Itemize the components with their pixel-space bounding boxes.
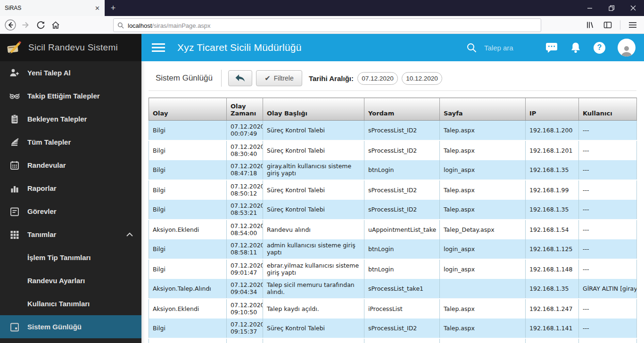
table-row[interactable]: Aksiyon.Talep.Alındı07.12.2020 09:04:34T… <box>149 279 637 299</box>
cell-zaman: 07.12.2020 08:50:12 <box>227 180 263 200</box>
sidebar-item-yeni-talep-al[interactable]: Yeni Talep Al <box>0 61 141 84</box>
sidebar-item-takip-ettiğim-talepler[interactable]: Takip Ettiğim Talepler <box>0 84 141 107</box>
filter-button[interactable]: ✔ Filtrele <box>256 70 302 86</box>
search-icon <box>467 43 477 53</box>
cell-zaman: 07.12.2020 08:54:00 <box>227 220 263 239</box>
table-row[interactable]: Aksiyon.Eklendi07.12.2020 09:10:50Talep … <box>149 299 637 318</box>
table-row[interactable]: Bilgi07.12.2020 08:47:18giray.altin kull… <box>149 160 637 180</box>
cell-olay: Bilgi <box>149 121 227 140</box>
table-row[interactable]: Bilgi07.12.2020 08:53:21Süreç Kontrol Ta… <box>149 200 637 220</box>
forward-icon[interactable] <box>18 17 33 33</box>
url-bar[interactable]: localhost/siras/mainPage.aspx <box>113 18 541 32</box>
sidebar-item-raporlar[interactable]: Raporlar <box>0 177 141 200</box>
sidebar-item-i-şlem-tip-tanımları[interactable]: İşlem Tip Tanımları <box>0 246 141 269</box>
sidebar-item-sistem-günlüğü[interactable]: Sistem Günlüğü <box>0 315 141 338</box>
cell-baslik: ebrar.yilmaz kullanıcısı sisteme giriş y… <box>263 259 364 279</box>
search-box[interactable]: Talep ara <box>467 34 513 61</box>
cell-yordam: sProcessList_ID2 <box>364 140 440 160</box>
navbar-right-icons <box>582 17 640 33</box>
help-icon[interactable]: ? <box>594 42 605 54</box>
cell-sayfa: Talep.aspx <box>440 200 526 220</box>
cell-olay: Bilgi <box>149 318 227 338</box>
cell-kullanici: --- <box>579 180 637 200</box>
cell-zaman: 07.12.2020 09:10:50 <box>227 299 263 318</box>
search-placeholder: Talep ara <box>484 44 513 52</box>
table-row[interactable]: Bilgi07.12.2020 09:01:47ebrar.yilmaz kul… <box>149 259 637 279</box>
hamburger-icon[interactable] <box>152 43 165 52</box>
cell-sayfa: Talep.aspx <box>440 318 526 338</box>
cell-baslik: Süreç Kontrol Talebi <box>263 121 364 140</box>
sidebar-item-randevular[interactable]: Randevular <box>0 154 141 177</box>
table-row[interactable]: Bilgi07.12.2020 08:50:12Süreç Kontrol Ta… <box>149 180 637 200</box>
stack-icon <box>8 137 21 148</box>
sidebar-item-kullanıcı-tanımları[interactable]: Kullanıcı Tanımları <box>0 292 141 315</box>
sidebar-item-tüm-talepler[interactable]: Tüm Talepler <box>0 131 141 154</box>
chat-icon[interactable] <box>545 42 558 53</box>
col-header-baslik[interactable]: Olay Başlığı <box>263 98 364 121</box>
date-to-input[interactable]: 10.12.2020 <box>402 72 442 85</box>
user-avatar[interactable] <box>618 39 636 57</box>
col-header-zaman[interactable]: Olay Zamanı <box>227 98 263 121</box>
table-row[interactable]: Bilgi07.12.2020 00:07:49Süreç Kontrol Ta… <box>149 121 637 140</box>
sidebar-item-label: İşlem Tip Tanımları <box>27 253 91 261</box>
tab-close-icon[interactable]: ✕ <box>95 5 100 12</box>
cell-baslik: giray.altin kullanıcısı sisteme giriş ya… <box>263 160 364 180</box>
grid-icon <box>8 229 21 240</box>
sidebar-item-tanımlar[interactable]: Tanımlar <box>0 223 141 246</box>
table-row[interactable]: Bilgi07.12.2020Süreç Kontrol TalebisProc… <box>149 338 637 343</box>
cell-baslik: admin kullanıcısı sisteme giriş yaptı <box>263 239 364 259</box>
reload-icon[interactable] <box>33 17 48 33</box>
menu-icon[interactable] <box>625 17 640 33</box>
col-header-olay[interactable]: Olay <box>149 98 227 121</box>
app-brand: Sicil Randevu Sistemi <box>0 34 141 61</box>
cell-sayfa: Talep_Detay.aspx <box>440 220 526 239</box>
navbar-separator <box>620 20 620 30</box>
sidebar-item-randevu-ayarları[interactable]: Randevu Ayarları <box>0 269 141 292</box>
table-row[interactable]: Aksiyon.Eklendi07.12.2020 08:54:00Randev… <box>149 220 637 239</box>
back-icon[interactable] <box>3 17 18 33</box>
bell-icon[interactable] <box>570 41 581 54</box>
sidebar-item-görevler[interactable]: Görevler <box>0 200 141 223</box>
office-title: Xyz Ticaret Sicili Müdürlüğü <box>177 42 302 53</box>
table-row[interactable]: Bilgi07.12.2020 08:58:11admin kullanıcıs… <box>149 239 637 259</box>
cell-baslik: Süreç Kontrol Talebi <box>263 318 364 338</box>
cell-kullanici: --- <box>579 121 637 140</box>
cell-yordam: sProcessList_ID2 <box>364 338 440 343</box>
table-row[interactable]: Bilgi07.12.2020 09:15:37Süreç Kontrol Ta… <box>149 318 637 338</box>
cell-yordam: sProcessList_ID2 <box>364 200 440 220</box>
close-icon[interactable] <box>622 0 644 16</box>
date-from-input[interactable]: 07.12.2020 <box>357 72 398 85</box>
back-button[interactable] <box>228 70 252 86</box>
sidebar: Sicil Randevu Sistemi Yeni Talep AlTakip… <box>0 34 141 343</box>
sidebar-item-label: Tüm Talepler <box>27 138 71 146</box>
cell-olay: Bilgi <box>149 239 227 259</box>
cell-olay: Bilgi <box>149 338 227 343</box>
tab-title: SiRAS <box>5 5 91 11</box>
cell-zaman: 07.12.2020 09:01:47 <box>227 259 263 279</box>
new-tab-button[interactable]: + <box>105 0 122 16</box>
sidebar-item-bekleyen-talepler[interactable]: Bekleyen Talepler <box>0 107 141 131</box>
cell-kullanici: --- <box>579 200 637 220</box>
col-header-kullanici[interactable]: Kullanıcı <box>579 98 637 121</box>
cell-olay: Aksiyon.Talep.Alındı <box>149 279 227 299</box>
home-icon[interactable] <box>48 17 63 33</box>
sidebar-toggle-icon[interactable] <box>600 17 615 33</box>
appbar-icons: ? <box>545 34 636 61</box>
cell-ip: 192.168.1.35 <box>526 279 579 299</box>
restore-icon[interactable] <box>601 0 622 16</box>
browser-tab[interactable]: SiRAS ✕ <box>0 0 105 16</box>
cell-kullanici: --- <box>579 140 637 160</box>
log-table-container: OlayOlay ZamanıOlay BaşlığıYordamSayfaIP… <box>149 98 637 343</box>
app-window: Sicil Randevu Sistemi Yeni Talep AlTakip… <box>0 34 644 343</box>
cell-olay: Bilgi <box>149 259 227 279</box>
cell-kullanici <box>579 338 637 343</box>
col-header-ip[interactable]: IP <box>526 98 579 121</box>
col-header-sayfa[interactable]: Sayfa <box>440 98 526 121</box>
log-table: OlayOlay ZamanıOlay BaşlığıYordamSayfaIP… <box>149 98 637 343</box>
minimize-icon[interactable] <box>579 0 601 16</box>
col-header-yordam[interactable]: Yordam <box>364 98 440 121</box>
library-icon[interactable] <box>582 17 597 33</box>
toolbar-divider <box>149 90 636 91</box>
cell-zaman: 07.12.2020 08:58:11 <box>227 239 263 259</box>
table-row[interactable]: Bilgi07.12.2020 08:30:40Süreç Kontrol Ta… <box>149 140 637 160</box>
